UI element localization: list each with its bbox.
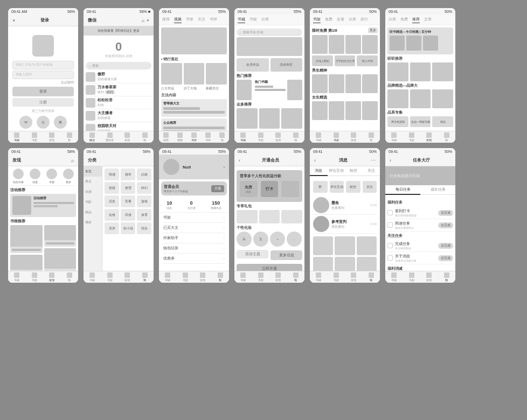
tab-store[interactable]: 书城	[238, 16, 245, 23]
content-item[interactable]	[335, 236, 355, 255]
tab-shelf[interactable]: 书架	[252, 271, 270, 283]
tab-store[interactable]: 书城	[385, 131, 403, 143]
book-cover[interactable]	[345, 74, 361, 93]
book-cover[interactable]	[362, 101, 378, 120]
tab-follow[interactable]: 关注	[198, 16, 205, 23]
qq-login[interactable]: Q	[37, 116, 50, 129]
go-button[interactable]: 去完成	[438, 210, 453, 216]
tab-follow[interactable]: 关注	[363, 166, 380, 176]
icon-item[interactable]: 动漫	[27, 169, 43, 184]
cat-item[interactable]: 灵异	[105, 222, 119, 234]
tab-classics[interactable]: 名著	[337, 16, 344, 23]
go-button[interactable]: 去完成	[438, 222, 453, 228]
book-cover[interactable]	[184, 63, 205, 85]
tab-category[interactable]: 分类	[389, 16, 396, 23]
tab-discover[interactable]: 发现	[420, 271, 438, 283]
cat-item[interactable]: 体育	[137, 209, 151, 221]
chat-item[interactable]: 万水春茶茶 收到 收到	[86, 83, 151, 96]
tab-discover[interactable]: 发现	[119, 131, 136, 143]
cat-item[interactable]: 悬疑	[105, 182, 119, 194]
cat-item[interactable]: 轻小说	[121, 222, 135, 234]
system-message-item[interactable]: 参考宣判 系统通知 0:00	[313, 215, 377, 234]
tab-shelf[interactable]: 书架	[403, 131, 421, 143]
book-cover[interactable]	[432, 89, 453, 108]
tab-video[interactable]: 视频	[173, 131, 187, 143]
register-button[interactable]: 注册	[12, 98, 74, 107]
audio-cover[interactable]	[406, 36, 421, 51]
tab-growth[interactable]: 成长任务	[420, 185, 455, 194]
tab-wechat[interactable]: 微信	[84, 131, 101, 143]
chat-item[interactable]: 微野 好的谢谢大家	[86, 71, 151, 83]
icon-item[interactable]: 知名作家	[10, 169, 26, 184]
task-checkbox[interactable]	[387, 222, 393, 228]
audio-cover[interactable]	[390, 36, 405, 51]
tab-store[interactable]: 书城	[385, 271, 403, 283]
exclusive-item[interactable]	[237, 210, 258, 223]
cat-item[interactable]: 情感	[105, 169, 119, 180]
book-cover[interactable]	[237, 108, 258, 129]
close-icon[interactable]: ×	[12, 18, 15, 23]
back-icon[interactable]: ‹	[390, 158, 391, 163]
add-theme-btn[interactable]: 添加主题	[237, 250, 268, 258]
menu-item-coupon[interactable]: 优惠券›	[163, 254, 225, 264]
avatar-frame-item[interactable]: 头	[237, 232, 252, 247]
collection-item[interactable]: 边边—韩版宝藏	[410, 116, 431, 127]
book-cover[interactable]	[345, 35, 361, 54]
theme-item[interactable]: 主	[253, 232, 268, 247]
tab-store[interactable]: 书城	[84, 271, 101, 283]
go-button[interactable]: 去完成	[438, 255, 453, 261]
cat-item[interactable]: 综合	[137, 222, 151, 234]
cat-anime[interactable]: 动漫	[84, 187, 102, 197]
tab-message[interactable]: 消息	[310, 166, 328, 176]
exclusive-item[interactable]	[281, 210, 302, 223]
vip-card[interactable]: 会员作品	[237, 58, 269, 72]
cat-book-film[interactable]: 书影	[84, 197, 102, 207]
tab-me[interactable]: 我	[212, 271, 230, 283]
tab-fans[interactable]: 粉丝	[345, 166, 363, 176]
cat-male[interactable]: 男生	[84, 177, 102, 187]
cat-item[interactable]: 武侠	[121, 209, 135, 221]
back-icon[interactable]: ‹	[239, 158, 240, 163]
waterfall-card[interactable]	[44, 225, 77, 247]
more-item[interactable]: …	[287, 232, 302, 247]
search-bar-4[interactable]: ⌕ 搜索书名/作者	[237, 29, 302, 36]
tab-shelf[interactable]: 书架	[252, 131, 270, 143]
tab-me[interactable]: 我	[287, 131, 305, 143]
password-input[interactable]: 请输入密码	[12, 71, 74, 79]
tab-me[interactable]: 我	[438, 271, 456, 283]
book-cover[interactable]	[387, 62, 408, 81]
tab-store[interactable]: 推荐	[159, 131, 173, 143]
tab-me[interactable]: 我	[215, 131, 229, 143]
book-cover[interactable]	[161, 63, 182, 85]
tab-store[interactable]: 书城	[234, 131, 252, 143]
more-badge[interactable]: 更多	[368, 27, 378, 33]
weibo-login[interactable]: 微	[54, 116, 67, 129]
quick-nav-likes[interactable]: 赞	[313, 181, 328, 193]
tab-discover[interactable]: 发现	[269, 131, 287, 143]
tab-me[interactable]: 我	[61, 131, 79, 135]
tab-category[interactable]: 分类	[261, 16, 269, 23]
task-checkbox[interactable]	[387, 255, 393, 261]
cat-item[interactable]: 历史	[105, 195, 119, 207]
book-cover[interactable]	[410, 62, 431, 81]
tab-me[interactable]: 我	[287, 271, 305, 283]
add-theme-item[interactable]: +	[270, 232, 285, 247]
task-checkbox[interactable]	[387, 210, 393, 215]
tab-shelf[interactable]: 书架	[313, 16, 321, 23]
cat-analysis[interactable]: 博析	[84, 218, 102, 228]
book-cover[interactable]	[362, 35, 378, 54]
book-cover[interactable]	[259, 108, 280, 129]
tab-me[interactable]: 我	[438, 131, 456, 143]
tab-rank[interactable]: 排行	[360, 16, 368, 23]
cat-female[interactable]: 女生	[84, 166, 102, 177]
cat-item[interactable]: 比较	[137, 169, 151, 180]
tab-me[interactable]: 我	[61, 271, 79, 283]
tab-discover[interactable]: 发现	[43, 271, 61, 283]
activity-card[interactable]: 管等推大文	[161, 99, 227, 117]
tab-shelf[interactable]: 书架	[177, 271, 195, 283]
more-info-btn[interactable]: 更多信息	[271, 250, 302, 260]
cat-item[interactable]: 推理	[121, 182, 135, 194]
quick-nav-fans[interactable]: 粉丝	[346, 181, 360, 193]
tab-me[interactable]: 我	[363, 131, 380, 143]
tab-free[interactable]: 免费	[325, 16, 332, 23]
